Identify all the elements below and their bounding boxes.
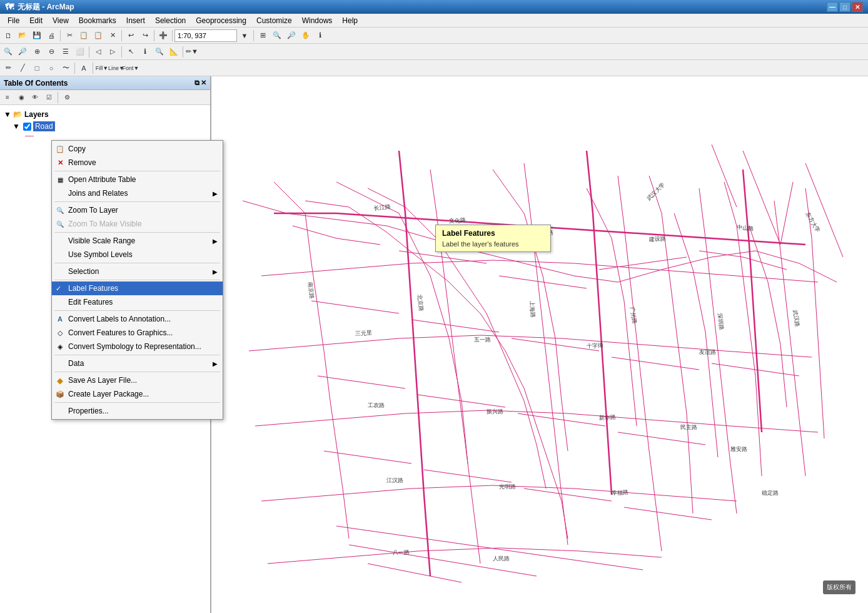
fill-color[interactable]: Fill▼: [95, 61, 109, 75]
toc-content: ▼ 📂 Layers ▼ Road ── 📋 Copy: [0, 105, 210, 613]
draw-rect[interactable]: □: [30, 61, 44, 75]
scale-input[interactable]: [174, 29, 237, 42]
cm-label-features[interactable]: ✓ Label Features: [52, 281, 223, 295]
paste-button[interactable]: 📋: [91, 29, 105, 43]
undo-button[interactable]: ↩: [124, 29, 138, 43]
toc-float-icon[interactable]: ⧉: [194, 79, 199, 87]
cm-edit-features[interactable]: Edit Features: [52, 295, 223, 309]
editor-dropdown[interactable]: ✏▼: [185, 45, 199, 59]
cm-save-layer[interactable]: ◆ Save As Layer File...: [52, 373, 223, 387]
full-extent-tool[interactable]: ⬜: [73, 45, 87, 59]
draw-btn[interactable]: ✏: [1, 61, 15, 75]
add-data-button[interactable]: ➕: [156, 29, 170, 43]
menu-insert[interactable]: Insert: [121, 15, 150, 26]
layers-header[interactable]: ▼ 📂 Layers: [3, 109, 208, 120]
redo-button[interactable]: ↪: [138, 29, 152, 43]
menu-geoprocessing[interactable]: Geoprocessing: [191, 15, 251, 26]
menu-help[interactable]: Help: [337, 15, 363, 26]
svg-text:友谊路: 友谊路: [699, 349, 716, 355]
cm-copy[interactable]: 📋 Copy: [52, 142, 223, 156]
toc-options[interactable]: ⚙: [61, 91, 73, 104]
convert-symbology-icon: ◈: [54, 341, 66, 352]
close-button[interactable]: ✕: [852, 2, 863, 12]
menu-file[interactable]: File: [3, 15, 24, 26]
cm-convert-symbology[interactable]: ◈ Convert Symbology to Representation...: [52, 340, 223, 353]
identify-tool[interactable]: ℹ: [138, 45, 152, 59]
toc-close-icon[interactable]: ✕: [201, 79, 206, 87]
attr-table-icon: ▦: [54, 174, 66, 185]
select-tool[interactable]: ↖: [124, 45, 138, 59]
line-color[interactable]: Line▼: [109, 61, 123, 75]
cm-visible-scale[interactable]: Visible Scale Range ▶: [52, 234, 223, 248]
print-button[interactable]: 🖨: [44, 29, 58, 43]
svg-text:五一路: 五一路: [474, 337, 491, 343]
measure-tool[interactable]: 📐: [167, 45, 181, 59]
pan-tool[interactable]: ☰: [59, 45, 73, 59]
layer-legend: ──: [3, 133, 208, 139]
cm-remove[interactable]: ✕ Remove: [52, 156, 223, 170]
cm-create-package-label: Create Layer Package...: [68, 390, 149, 398]
text-tool[interactable]: A: [77, 61, 91, 75]
cm-create-package[interactable]: 📦 Create Layer Package...: [52, 387, 223, 401]
cm-convert-labels[interactable]: A Convert Labels to Annotation...: [52, 312, 223, 326]
menu-windows[interactable]: Windows: [297, 15, 338, 26]
cm-joins[interactable]: Joins and Relates ▶: [52, 186, 223, 200]
cm-open-attr[interactable]: ▦ Open Attribute Table: [52, 173, 223, 186]
cm-zoom-layer[interactable]: 🔍 Zoom To Layer: [52, 203, 223, 217]
fixed-zoom-out[interactable]: ⊖: [44, 45, 58, 59]
menu-bookmarks[interactable]: Bookmarks: [74, 15, 121, 26]
minimize-button[interactable]: —: [827, 2, 838, 12]
svg-text:八一路: 八一路: [393, 549, 410, 555]
cm-symbol-levels[interactable]: Use Symbol Levels: [52, 248, 223, 261]
zoom-in-button[interactable]: 🔍: [270, 29, 284, 43]
menu-customize[interactable]: Customize: [251, 15, 297, 26]
maximize-button[interactable]: □: [839, 2, 850, 12]
open-button[interactable]: 📂: [16, 29, 29, 43]
cm-convert-features[interactable]: ◇ Convert Features to Graphics...: [52, 326, 223, 340]
map-area[interactable]: 长江路 文化路 解放路 建设路 中山路 南京路 北京路 上海路 广州路 深圳路 …: [211, 76, 868, 613]
menu-edit[interactable]: Edit: [24, 15, 48, 26]
toc-source-view[interactable]: ◉: [15, 91, 28, 104]
cm-properties[interactable]: Properties...: [52, 404, 223, 418]
toolbar-standard: 🗋 📂 💾 🖨 ✂ 📋 📋 ✕ ↩ ↪ ➕ ▼ ⊞ 🔍 🔎 ✋ ℹ: [0, 28, 868, 44]
layer-symbol: ──: [25, 133, 34, 139]
draw-circle[interactable]: ○: [44, 61, 58, 75]
menu-selection[interactable]: Selection: [150, 15, 191, 26]
cm-convert-labels-label: Convert Labels to Annotation...: [68, 315, 171, 323]
font-color[interactable]: Font▼: [124, 61, 138, 75]
sep-d2: [93, 63, 93, 74]
save-button[interactable]: 💾: [30, 29, 44, 43]
zoom-in-map[interactable]: 🔍: [1, 45, 15, 59]
toolbar-tools: 🔍 🔎 ⊕ ⊖ ☰ ⬜ ◁ ▷ ↖ ℹ 🔍 📐 ✏▼: [0, 44, 868, 60]
convert-features-icon: ◇: [54, 327, 66, 338]
forward-extent[interactable]: ▷: [106, 45, 119, 59]
delete-button[interactable]: ✕: [106, 29, 119, 43]
zoom-out-button[interactable]: 🔎: [285, 29, 298, 43]
draw-freehand[interactable]: 〜: [59, 61, 73, 75]
toc-vis-view[interactable]: 👁: [29, 91, 41, 104]
draw-line[interactable]: ╱: [16, 61, 29, 75]
cm-sep-5: [54, 280, 220, 280]
cm-data[interactable]: Data ▶: [52, 357, 223, 370]
identify-button[interactable]: ℹ: [313, 29, 327, 43]
data-icon: [54, 358, 66, 369]
find-tool[interactable]: 🔍: [153, 45, 166, 59]
toc-select-view[interactable]: ☑: [43, 91, 55, 104]
new-button[interactable]: 🗋: [1, 29, 15, 43]
pan-button[interactable]: ✋: [299, 29, 313, 43]
cm-selection[interactable]: Selection ▶: [52, 265, 223, 278]
fixed-zoom-in[interactable]: ⊕: [30, 45, 44, 59]
full-extent-button[interactable]: ⊞: [256, 29, 270, 43]
layer-visibility[interactable]: [23, 123, 31, 131]
scale-dropdown[interactable]: ▼: [238, 29, 251, 43]
toc-list-view[interactable]: ≡: [1, 91, 14, 104]
cm-sep-9: [54, 402, 220, 403]
remove-icon: ✕: [54, 157, 66, 168]
menubar: File Edit View Bookmarks Insert Selectio…: [0, 14, 868, 28]
menu-view[interactable]: View: [48, 15, 74, 26]
copy-button[interactable]: 📋: [77, 29, 91, 43]
zoom-out-map[interactable]: 🔎: [16, 45, 29, 59]
cut-button[interactable]: ✂: [63, 29, 76, 43]
back-extent[interactable]: ◁: [91, 45, 105, 59]
cm-visible-scale-label: Visible Scale Range: [68, 236, 135, 245]
